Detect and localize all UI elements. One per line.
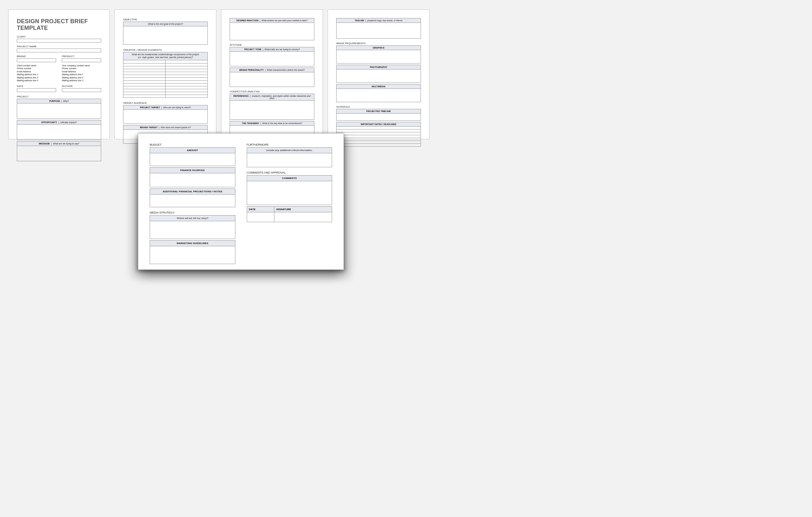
bar-objective: What is the end goal of the project? xyxy=(123,22,208,26)
bar-purpose: PURPOSE | Why? xyxy=(17,99,101,104)
input-client[interactable] xyxy=(17,39,101,43)
bar-furthermore: Include any additional critical informat… xyxy=(247,147,332,153)
input-product[interactable] xyxy=(62,58,101,62)
box-important-dates[interactable] xyxy=(336,127,421,146)
box-multimedia[interactable] xyxy=(336,89,421,102)
input-signoff-date[interactable] xyxy=(247,212,274,222)
label-target-audience: TARGET AUDIENCE xyxy=(123,102,208,104)
input-project-name[interactable] xyxy=(17,49,101,52)
box-purpose[interactable] xyxy=(17,104,101,119)
bar-media-strategy: Where will we tell our story? xyxy=(150,215,235,221)
box-objective[interactable] xyxy=(123,26,208,45)
box-graphics[interactable] xyxy=(336,50,421,63)
box-projected-timeline[interactable] xyxy=(336,114,421,120)
bar-multimedia: MULTIMEDIA xyxy=(336,84,421,89)
box-brand-personality[interactable] xyxy=(230,72,314,87)
box-amount[interactable] xyxy=(150,153,235,166)
box-furthermore[interactable] xyxy=(247,153,332,167)
bar-creative: What are the fundamental creative/design… xyxy=(123,52,208,60)
label-brand: BRAND xyxy=(17,55,56,58)
bar-brand-target: BRAND TARGET | Who does the brand speak … xyxy=(123,125,208,130)
bar-photography: PHOTOGRAPHY xyxy=(336,65,421,70)
label-comments-approval: COMMENTS AND APPROVAL xyxy=(247,171,332,174)
box-media-strategy[interactable] xyxy=(150,221,235,239)
box-message[interactable] xyxy=(17,146,101,161)
box-additional-financial[interactable] xyxy=(150,194,235,207)
label-client: CLIENT xyxy=(17,35,101,38)
template-title: DESIGN PROJECT BRIEF TEMPLATE xyxy=(17,18,101,31)
bar-message: MESSAGE | What are we trying to say? xyxy=(17,141,101,146)
label-furthermore: FURTHERMORE xyxy=(247,143,332,146)
bar-important-dates: IMPORTANT DATES / DEADLINES xyxy=(336,122,421,127)
bar-project-target: PROJECT TARGET | Who are we trying to re… xyxy=(123,105,208,110)
label-date: DATE xyxy=(17,85,56,88)
box-marketing-guidelines[interactable] xyxy=(150,246,235,264)
label-competitive: COMPETITIVE ANALYSIS xyxy=(230,90,314,93)
bar-takeaway: THE TAKEAWAY | What is the key idea to b… xyxy=(230,121,314,126)
bar-projected-timeline: PROJECTED TIMELINE xyxy=(336,109,421,114)
label-objective: OBJECTIVE xyxy=(123,18,208,21)
template-page-5: BUDGET AMOUNT FINANCE SOURCES ADDITIONAL… xyxy=(138,133,344,270)
creative-grid[interactable] xyxy=(123,60,208,98)
label-creative: CREATIVE / DESIGN ELEMENTS xyxy=(123,49,208,51)
box-project-tone[interactable] xyxy=(230,52,314,66)
bar-graphics: GRAPHICS xyxy=(336,45,421,50)
input-signature[interactable] xyxy=(274,212,332,222)
input-brand[interactable] xyxy=(17,58,56,62)
bar-amount: AMOUNT xyxy=(150,147,235,153)
bar-tagline: TAGLINE | prepared copy, key words, or t… xyxy=(336,18,421,23)
bar-brand-personality: BRAND PERSONALITY | What characteristics… xyxy=(230,67,314,72)
label-media-strategy: MEDIA STRATEGY xyxy=(150,211,235,214)
box-finance-sources[interactable] xyxy=(150,173,235,187)
template-page-1: DESIGN PROJECT BRIEF TEMPLATE CLIENT PRO… xyxy=(8,9,110,139)
label-author: AUTHOR xyxy=(62,85,101,88)
bar-opportunity: OPPORTUNITY | Ultimate impact? xyxy=(17,120,101,125)
signoff-table: DATE SIGNATURE xyxy=(247,206,332,222)
box-comments[interactable] xyxy=(247,181,332,205)
label-schedule: SCHEDULE xyxy=(336,105,421,108)
box-opportunity[interactable] xyxy=(17,125,101,140)
bar-desired-reaction: DESIRED REACTION | What actions do you w… xyxy=(230,18,314,23)
template-page-4: TAGLINE | prepared copy, key words, or t… xyxy=(328,9,430,139)
bar-marketing-guidelines: MARKETING GUIDELINES xyxy=(150,240,235,246)
bar-finance-sources: FINANCE SOURCES xyxy=(150,167,235,173)
label-attitude: ATTITUDE xyxy=(230,44,314,46)
box-tagline[interactable] xyxy=(336,23,421,39)
label-project: PROJECT xyxy=(17,95,101,98)
label-budget: BUDGET xyxy=(150,143,235,146)
client-contact-block: Client contact name Phone number Email A… xyxy=(17,64,56,82)
bar-additional-financial: ADDITIONAL FINANCIAL PROJECTIONS / NOTES xyxy=(150,189,235,194)
box-references[interactable] xyxy=(230,101,314,120)
label-signature: SIGNATURE xyxy=(274,207,332,212)
box-photography[interactable] xyxy=(336,70,421,83)
bar-references: REFERENCES | research, inspiration, and … xyxy=(230,93,314,101)
template-page-2: OBJECTIVE What is the end goal of the pr… xyxy=(115,9,216,139)
label-project-name: PROJECT NAME xyxy=(17,45,101,48)
company-contact-block: Your company contact name Phone number E… xyxy=(62,64,101,82)
label-product: PRODUCT xyxy=(62,55,101,58)
input-date[interactable] xyxy=(17,88,56,92)
label-image-req: IMAGE REQUIREMENTS xyxy=(336,42,421,45)
box-desired-reaction[interactable] xyxy=(230,23,314,40)
input-author[interactable] xyxy=(62,88,101,92)
label-signoff-date: DATE xyxy=(247,207,274,212)
bar-project-tone: PROJECT TONE | What traits are we trying… xyxy=(230,47,314,52)
template-page-3: DESIRED REACTION | What actions do you w… xyxy=(221,9,323,139)
bar-comments: COMMENTS xyxy=(247,175,332,181)
box-project-target[interactable] xyxy=(123,110,208,124)
